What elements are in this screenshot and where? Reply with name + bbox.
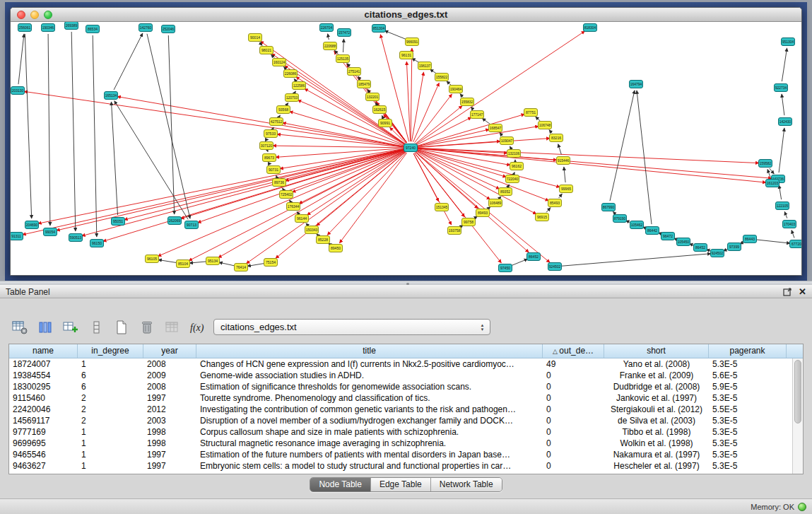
network-node[interactable]: 256061	[18, 23, 32, 32]
network-node[interactable]: 155822	[435, 73, 449, 81]
network-node[interactable]: 725402	[279, 190, 293, 199]
edit-table-icon[interactable]	[59, 317, 82, 337]
network-node[interactable]: 951304	[781, 37, 795, 46]
network-node[interactable]: 185479	[357, 80, 371, 88]
network-node[interactable]: 168547	[488, 124, 502, 132]
network-node[interactable]: 95051	[111, 217, 125, 226]
network-node[interactable]: 97240	[404, 144, 418, 152]
network-node[interactable]: 106748	[538, 121, 552, 129]
tab-network-table[interactable]: Network Table	[431, 478, 502, 491]
network-node[interactable]: 99054	[43, 228, 57, 236]
network-node[interactable]: 196137	[418, 62, 432, 70]
network-canvas[interactable]: 2560611903462693898653414276025204622670…	[11, 22, 801, 275]
network-node[interactable]: 95134	[206, 257, 220, 265]
network-node[interactable]: 86452	[693, 243, 707, 252]
network-node[interactable]: 262069	[167, 216, 182, 225]
table-scrollbar-thumb[interactable]	[794, 360, 801, 424]
network-node[interactable]: 160124	[272, 58, 286, 66]
network-node[interactable]: 170403	[782, 220, 796, 228]
float-panel-icon[interactable]	[783, 288, 792, 296]
network-node[interactable]: 85104	[176, 259, 190, 268]
network-node[interactable]: 89352	[498, 187, 512, 196]
network-node[interactable]: 269389	[64, 22, 78, 30]
network-node[interactable]: 924502	[548, 262, 562, 271]
network-node[interactable]: 85493	[548, 199, 562, 207]
network-node[interactable]: 142430	[778, 117, 792, 126]
zoom-window-button[interactable]	[44, 11, 52, 19]
network-node[interactable]: 86443	[743, 235, 757, 243]
network-node[interactable]: 89673	[262, 153, 276, 162]
network-node[interactable]: 122586	[292, 81, 306, 90]
table-row[interactable]: 1872400712008Changes of HCN gene express…	[9, 358, 792, 370]
network-node[interactable]: 96131	[399, 51, 413, 59]
table-row[interactable]: 946362711997Embryonic stem cells: a mode…	[9, 460, 792, 472]
network-node[interactable]: 96162	[510, 162, 524, 170]
network-node[interactable]: 151345	[435, 203, 449, 211]
network-node[interactable]: 159582	[758, 159, 772, 168]
network-node[interactable]: 85228	[316, 235, 330, 244]
table-row[interactable]: 1938455462009Genome-wide association stu…	[9, 370, 792, 381]
network-node[interactable]: 226086	[283, 69, 298, 78]
network-node[interactable]: 96105	[145, 255, 159, 263]
table-row[interactable]: 977716911998Corpus callosum shape and si…	[9, 426, 792, 438]
network-node[interactable]: 161203	[765, 179, 779, 187]
network-node[interactable]: 93568	[276, 105, 290, 114]
network-node[interactable]: 90731	[266, 165, 281, 174]
network-node[interactable]: 162615	[372, 105, 387, 114]
network-node[interactable]: 155832	[460, 98, 474, 106]
network-node[interactable]: 307120	[259, 141, 273, 150]
network-node[interactable]: 76414	[234, 263, 248, 271]
network-node[interactable]: 142760	[139, 23, 153, 32]
import-table-icon[interactable]	[161, 317, 184, 337]
table-settings-icon[interactable]	[8, 317, 31, 337]
function-icon[interactable]: f(x)	[187, 317, 209, 337]
network-node[interactable]: 89493	[476, 209, 490, 217]
network-node[interactable]: 96150	[90, 239, 104, 247]
delete-table-icon[interactable]	[136, 317, 158, 337]
column-header-title[interactable]: title	[196, 344, 543, 358]
network-node[interactable]: 966091	[405, 37, 419, 46]
network-node[interactable]: 204690	[25, 221, 39, 229]
column-header-out_degree[interactable]: △ out_de…	[543, 344, 604, 358]
table-row[interactable]: 969969511998Structural magnetic resonanc…	[9, 438, 792, 449]
network-node[interactable]: 97450	[498, 264, 512, 272]
network-node[interactable]: 67720	[789, 240, 801, 248]
network-node[interactable]: 427512	[269, 117, 283, 126]
column-header-pagerank[interactable]: pagerank	[709, 344, 787, 358]
network-node[interactable]: 75154	[264, 258, 278, 267]
network-node[interactable]: 915446	[556, 156, 570, 165]
network-node[interactable]: 157472	[337, 28, 351, 37]
network-node[interactable]: 190346	[41, 23, 55, 32]
network-node[interactable]: 879190	[613, 214, 627, 223]
network-node[interactable]: 120703	[285, 93, 299, 102]
network-node[interactable]: 83216	[549, 134, 563, 142]
tab-node-table[interactable]: Node Table	[310, 478, 371, 491]
column-header-short[interactable]: short	[604, 344, 709, 358]
column-header-in_degree[interactable]: in_degree	[78, 344, 143, 358]
network-node[interactable]: 87751	[524, 108, 538, 117]
table-row[interactable]: 2242004622012Investigating the contribut…	[9, 404, 792, 415]
network-node[interactable]: 89450	[329, 244, 343, 252]
network-node[interactable]: 109047	[500, 136, 514, 145]
network-node[interactable]: 122105	[775, 201, 789, 210]
network-node[interactable]: 252046	[161, 25, 175, 33]
column-header-year[interactable]: year	[143, 344, 196, 358]
minimize-window-button[interactable]	[30, 11, 39, 19]
network-node[interactable]: 96915	[535, 213, 549, 221]
network-node[interactable]: 90014	[248, 33, 262, 42]
network-window[interactable]: citations_edges.txt 25606119034626938986…	[10, 7, 802, 276]
network-node[interactable]: 132201	[365, 93, 379, 101]
network-node[interactable]: 203130	[11, 86, 25, 95]
network-node[interactable]: 86534	[86, 25, 100, 33]
network-node[interactable]: 98021	[259, 46, 273, 54]
network-node[interactable]: 176344	[286, 202, 300, 211]
table-row[interactable]: 1830029562008Estimation of significance …	[9, 381, 792, 392]
network-node[interactable]: 150343	[305, 226, 319, 234]
network-node[interactable]: 96472	[661, 232, 675, 240]
table-row[interactable]: 946554611997Estimation of the future num…	[9, 449, 792, 460]
show-columns-icon[interactable]	[34, 317, 57, 337]
table-row[interactable]: 911546021997Tourette syndrome. Phenomeno…	[9, 392, 792, 404]
tab-edge-table[interactable]: Edge Table	[371, 478, 431, 491]
network-node[interactable]: 97533	[264, 129, 278, 138]
new-table-icon[interactable]	[110, 317, 133, 337]
